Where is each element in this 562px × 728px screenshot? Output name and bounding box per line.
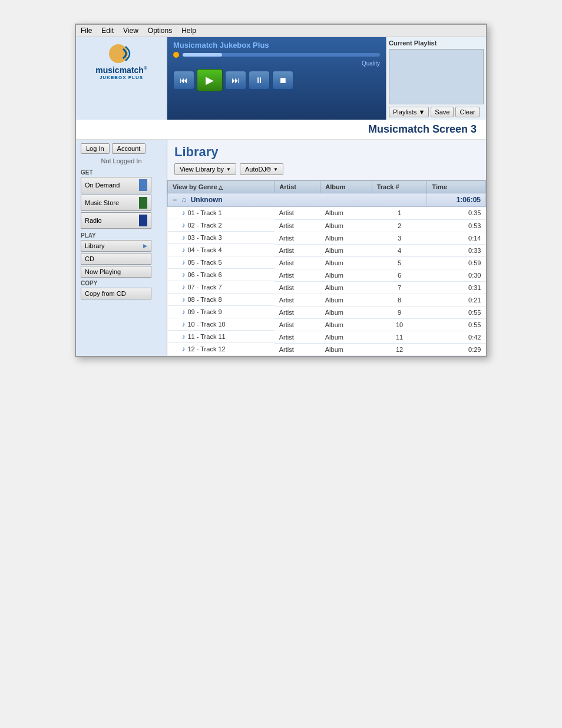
track-name: 11 - Track 11 <box>188 333 226 340</box>
tracks-body: − ♫ Unknown 1:06:05 ♪ 01 - Track 1 Artis… <box>168 193 486 356</box>
copy-from-cd-button[interactable]: Copy from CD <box>81 288 151 299</box>
track-artist: Artist <box>275 244 320 256</box>
cd-button[interactable]: CD <box>81 253 151 265</box>
track-note-icon: ♪ <box>182 271 186 279</box>
table-row[interactable]: ♪ 09 - Track 9 Artist Album 9 0:55 <box>168 306 486 318</box>
table-row[interactable]: ♪ 06 - Track 6 Artist Album 6 0:30 <box>168 269 486 281</box>
playlist-content <box>389 49 484 104</box>
table-row[interactable]: ♪ 08 - Track 8 Artist Album 8 0:21 <box>168 294 486 306</box>
track-note-icon: ♪ <box>182 221 186 229</box>
radio-button[interactable]: Radio <box>81 212 151 229</box>
player-area: Musicmatch Jukebox Plus Quality ⏮ ▶ ⏭ ⏸ … <box>167 37 386 120</box>
menu-edit[interactable]: Edit <box>101 27 114 35</box>
track-name: 09 - Track 9 <box>188 308 222 315</box>
not-logged-in-label: Not Logged In <box>81 157 162 164</box>
track-name: 02 - Track 2 <box>188 222 222 229</box>
track-artist: Artist <box>275 331 320 343</box>
col-time[interactable]: Time <box>427 181 486 193</box>
track-name: 03 - Track 3 <box>188 234 222 241</box>
menu-file[interactable]: File <box>81 27 92 35</box>
track-album: Album <box>320 294 372 306</box>
quality-label: Quality <box>173 60 380 67</box>
collapse-button[interactable]: − <box>173 196 177 204</box>
track-number: 6 <box>372 269 427 281</box>
track-name: 01 - Track 1 <box>188 209 222 216</box>
col-artist[interactable]: Artist <box>275 181 320 193</box>
table-row[interactable]: ♪ 07 - Track 7 Artist Album 7 0:31 <box>168 281 486 294</box>
play-button[interactable]: ▶ <box>197 69 223 91</box>
track-time: 0:59 <box>427 256 486 269</box>
track-number: 12 <box>372 343 427 355</box>
group-total-time: 1:06:05 <box>427 193 486 207</box>
music-store-button[interactable]: Music Store <box>81 195 151 211</box>
table-row[interactable]: ♪ 01 - Track 1 Artist Album 1 0:35 <box>168 207 486 220</box>
clear-button[interactable]: Clear <box>455 107 479 117</box>
track-name: 07 - Track 7 <box>188 284 222 291</box>
view-library-by-button[interactable]: View Library by <box>174 163 236 175</box>
save-button[interactable]: Save <box>431 107 454 117</box>
track-note-icon: ♪ <box>182 209 186 217</box>
autodj-button[interactable]: AutoDJ® <box>240 163 283 175</box>
account-button[interactable]: Account <box>112 143 146 154</box>
track-note-icon: ♪ <box>182 283 186 291</box>
table-row[interactable]: ♪ 11 - Track 11 Artist Album 11 0:42 <box>168 331 486 343</box>
musicmatch-logo-icon <box>107 42 136 65</box>
track-name: 05 - Track 5 <box>188 259 222 266</box>
track-album: Album <box>320 207 372 220</box>
table-row[interactable]: ♪ 04 - Track 4 Artist Album 4 0:33 <box>168 244 486 256</box>
login-button[interactable]: Log In <box>81 143 110 154</box>
track-note-icon: ♪ <box>182 345 186 353</box>
library-button[interactable]: Library ▶ <box>81 240 151 252</box>
track-name: 04 - Track 4 <box>188 246 222 253</box>
table-row[interactable]: ♪ 12 - Track 12 Artist Album 12 0:29 <box>168 343 486 355</box>
table-row[interactable]: ♪ 03 - Track 3 Artist Album 3 0:14 <box>168 232 486 244</box>
menu-options[interactable]: Options <box>148 27 172 35</box>
track-name: 06 - Track 6 <box>188 271 222 278</box>
track-time: 0:55 <box>427 306 486 318</box>
table-row[interactable]: ♪ 05 - Track 5 Artist Album 5 0:59 <box>168 256 486 269</box>
progress-dot <box>173 52 179 58</box>
logo-text: musicmatch® <box>95 65 147 75</box>
track-note-icon: ♪ <box>182 308 186 316</box>
table-row[interactable]: ♪ 10 - Track 10 Artist Album 10 0:55 <box>168 318 486 331</box>
library-table: View by Genre Artist Album Track # Time … <box>167 180 486 356</box>
play-section-label: PLAY <box>81 232 162 239</box>
track-number: 9 <box>372 306 427 318</box>
library-title: Library <box>174 144 479 160</box>
player-title: Musicmatch Jukebox Plus <box>173 41 380 50</box>
menu-view[interactable]: View <box>123 27 138 35</box>
sidebar-logo: musicmatch® JUKEBOX PLUS <box>76 37 167 120</box>
group-row: − ♫ Unknown 1:06:05 <box>168 193 486 207</box>
on-demand-label: On Demand <box>85 182 120 189</box>
copy-section-label: COPY <box>81 280 162 286</box>
col-album[interactable]: Album <box>320 181 372 193</box>
svg-point-0 <box>109 44 128 63</box>
col-track[interactable]: Track # <box>372 181 427 193</box>
table-row[interactable]: ♪ 02 - Track 2 Artist Album 2 0:53 <box>168 219 486 232</box>
pause-button[interactable]: ⏸ <box>249 71 270 90</box>
group-note-icon: ♫ <box>181 196 186 204</box>
track-album: Album <box>320 306 372 318</box>
prev-button[interactable]: ⏮ <box>173 71 194 90</box>
group-name: Unknown <box>191 196 223 204</box>
col-genre[interactable]: View by Genre <box>168 181 275 193</box>
library-label: Library <box>85 242 105 249</box>
on-demand-button[interactable]: On Demand <box>81 177 151 193</box>
track-artist: Artist <box>275 207 320 220</box>
playlist-controls: Playlists ▼ Save Clear <box>389 107 484 117</box>
track-album: Album <box>320 219 372 232</box>
stop-button[interactable]: ⏹ <box>272 71 293 90</box>
playlists-button[interactable]: Playlists ▼ <box>389 107 429 117</box>
app-window: File Edit View Options Help musicmatch® … <box>75 24 487 357</box>
next-button[interactable]: ⏭ <box>225 71 246 90</box>
track-album: Album <box>320 343 372 355</box>
progress-bar[interactable] <box>183 53 380 57</box>
now-playing-button[interactable]: Now Playing <box>81 266 151 278</box>
get-section-label: GET <box>81 169 162 176</box>
playlist-label: Current Playlist <box>389 39 484 47</box>
sidebar-main: Log In Account Not Logged In GET On Dema… <box>76 140 167 356</box>
screen-label-bar: Musicmatch Screen 3 <box>76 120 486 140</box>
track-number: 11 <box>372 331 427 343</box>
menu-help[interactable]: Help <box>181 27 196 35</box>
track-album: Album <box>320 331 372 343</box>
